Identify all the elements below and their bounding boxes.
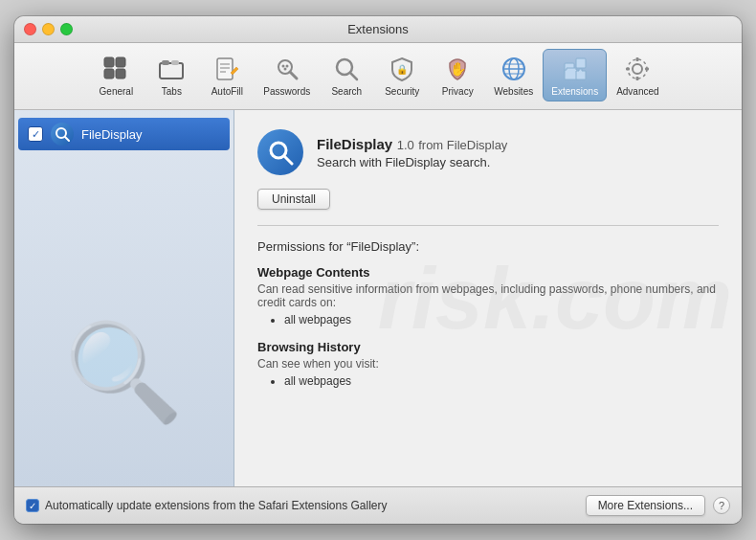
toolbar-label-security: Security [385, 86, 419, 97]
perm-title-0: Webpage Contents [257, 265, 719, 280]
perm-desc-0: Can read sensitive information from webp… [257, 282, 719, 309]
main-panel: risk.com FileDisplay 1.0 from FileDispla… [234, 110, 742, 486]
toolbar-item-extensions[interactable]: Extensions [543, 49, 607, 101]
svg-point-15 [283, 68, 286, 71]
perm-list-1: all webpages [284, 374, 719, 388]
extension-description: Search with FileDisplay search. [317, 155, 507, 169]
extension-name-version: FileDisplay 1.0 from FileDisplay [317, 136, 507, 153]
svg-rect-6 [171, 60, 179, 65]
toolbar-item-security[interactable]: 🔒 Security [375, 50, 429, 101]
toolbar-item-general[interactable]: General [89, 50, 143, 101]
content-area: ✓ FileDisplay 🔍 risk.com [14, 110, 742, 486]
toolbar-item-tabs[interactable]: Tabs [145, 50, 198, 101]
window-title: Extensions [347, 22, 409, 36]
title-bar: Extensions [14, 16, 742, 43]
svg-rect-26 [576, 58, 586, 68]
toolbar-label-general: General [100, 86, 134, 97]
auto-update-checkbox[interactable]: ✓ [26, 499, 39, 512]
main-window: Extensions General Tab [14, 16, 742, 524]
extension-name: FileDisplay [317, 136, 392, 152]
advanced-icon [622, 54, 653, 84]
toolbar-label-autofill: AutoFill [211, 86, 243, 97]
svg-rect-31 [626, 68, 630, 71]
toolbar-item-autofill[interactable]: AutoFill [200, 50, 254, 101]
autofill-icon [211, 54, 242, 84]
svg-rect-30 [636, 77, 639, 80]
sidebar-watermark-icon: 🔍 [64, 316, 184, 429]
privacy-icon: ✋ [442, 54, 473, 84]
search-icon [331, 54, 362, 84]
permission-webpage-contents: Webpage Contents Can read sensitive info… [257, 265, 719, 326]
toolbar-item-privacy[interactable]: ✋ Privacy [431, 50, 484, 101]
permission-browsing-history: Browsing History Can see when you visit:… [257, 340, 719, 388]
extension-from: from FileDisplay [418, 138, 507, 152]
bottom-bar: ✓ Automatically update extensions from t… [14, 486, 742, 524]
general-icon [100, 54, 131, 84]
perm-list-0: all webpages [284, 313, 719, 326]
close-button[interactable] [24, 23, 36, 35]
toolbar-item-search[interactable]: Search [320, 50, 373, 101]
extension-icon [257, 129, 303, 175]
svg-line-12 [290, 72, 297, 79]
sidebar-item-filedisplay[interactable]: ✓ FileDisplay [18, 118, 230, 150]
svg-rect-3 [116, 69, 125, 79]
svg-line-36 [284, 156, 292, 164]
sidebar: ✓ FileDisplay 🔍 [14, 110, 234, 486]
svg-point-13 [281, 65, 284, 68]
toolbar: General Tabs Aut [14, 43, 742, 110]
svg-rect-7 [217, 58, 233, 79]
maximize-button[interactable] [60, 23, 73, 35]
svg-rect-4 [160, 63, 183, 79]
perm-desc-1: Can see when you visit: [257, 357, 719, 371]
svg-point-27 [633, 64, 642, 74]
toolbar-label-advanced: Advanced [616, 86, 658, 97]
svg-text:🔒: 🔒 [396, 63, 409, 76]
svg-rect-1 [116, 57, 125, 67]
extension-version: 1.0 [397, 138, 414, 152]
svg-point-14 [285, 65, 288, 68]
security-icon: 🔒 [387, 54, 417, 84]
svg-point-28 [628, 59, 647, 79]
toolbar-label-extensions: Extensions [551, 86, 598, 97]
svg-line-34 [65, 137, 69, 141]
svg-rect-0 [104, 57, 114, 67]
extension-enabled-checkbox[interactable]: ✓ [28, 126, 43, 142]
auto-update-label: Automatically update extensions from the… [45, 499, 388, 512]
extension-title-block: FileDisplay 1.0 from FileDisplay Search … [317, 136, 507, 169]
extension-sidebar-icon [51, 123, 74, 146]
help-button[interactable]: ? [713, 497, 730, 514]
extensions-icon [560, 54, 590, 84]
auto-update-wrap: ✓ Automatically update extensions from t… [26, 499, 578, 512]
traffic-lights [24, 23, 73, 35]
toolbar-item-passwords[interactable]: Passwords [256, 50, 318, 101]
svg-text:✋: ✋ [450, 61, 467, 78]
uninstall-button[interactable]: Uninstall [257, 189, 330, 210]
more-extensions-button[interactable]: More Extensions... [586, 495, 705, 516]
extension-header: FileDisplay 1.0 from FileDisplay Search … [257, 129, 719, 175]
extension-sidebar-name: FileDisplay [81, 127, 143, 142]
perm-item-1-0: all webpages [284, 374, 719, 388]
permissions-divider [257, 225, 719, 226]
svg-line-17 [350, 73, 357, 79]
toolbar-label-tabs: Tabs [162, 86, 182, 97]
svg-rect-2 [104, 69, 114, 79]
passwords-icon [272, 54, 302, 84]
permissions-title: Permissions for “FileDisplay”: [257, 239, 719, 254]
svg-rect-29 [636, 57, 639, 61]
toolbar-item-advanced[interactable]: Advanced [609, 50, 666, 101]
toolbar-label-websites: Websites [494, 86, 533, 97]
svg-rect-5 [162, 60, 169, 65]
websites-icon [499, 54, 529, 84]
toolbar-label-passwords: Passwords [263, 86, 310, 97]
svg-rect-32 [645, 68, 649, 71]
minimize-button[interactable] [42, 23, 55, 35]
toolbar-item-websites[interactable]: Websites [486, 50, 541, 101]
toolbar-label-privacy: Privacy [442, 86, 474, 97]
toolbar-label-search: Search [331, 86, 362, 97]
tabs-icon [156, 54, 187, 84]
perm-item-0-0: all webpages [284, 313, 719, 326]
perm-title-1: Browsing History [257, 340, 719, 354]
